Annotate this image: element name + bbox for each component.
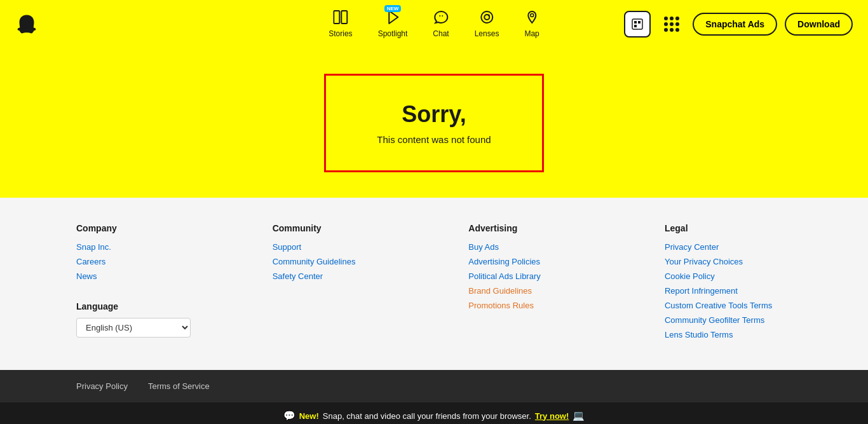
logo[interactable]	[15, 13, 38, 36]
apps-grid-button[interactable]	[658, 11, 685, 38]
footer-link-buy-ads[interactable]: Buy Ads	[468, 242, 595, 252]
language-label: Language	[76, 301, 203, 311]
footer-link-lens-studio[interactable]: Lens Studio Terms	[665, 330, 792, 339]
svg-rect-11	[638, 21, 641, 24]
nav-item-spotlight[interactable]: NEW Spotlight	[378, 10, 408, 38]
snapchat-ads-button[interactable]: Snapchat Ads	[693, 13, 777, 36]
footer-link-news[interactable]: News	[76, 271, 203, 281]
footer-link-community-geofilter[interactable]: Community Geofilter Terms	[665, 315, 792, 325]
footer-legal-title: Legal	[665, 223, 792, 233]
svg-rect-4	[442, 15, 443, 17]
footer-link-privacy-center[interactable]: Privacy Center	[665, 242, 792, 252]
promo-icon: 💬	[283, 410, 295, 421]
privacy-policy-link[interactable]: Privacy Policy	[76, 381, 128, 391]
footer: Company Snap Inc. Careers News Language …	[0, 198, 868, 370]
footer-advertising-col: Advertising Buy Ads Advertising Policies…	[468, 223, 595, 345]
promo-new-label: New!	[299, 411, 319, 421]
svg-point-7	[488, 15, 490, 17]
error-subtitle: This content was not found	[377, 134, 491, 145]
spotlight-label: Spotlight	[378, 29, 408, 38]
nav-item-stories[interactable]: Stories	[329, 10, 352, 38]
lenses-label: Lenses	[475, 29, 499, 38]
ghost-button[interactable]	[624, 11, 651, 38]
svg-marker-2	[389, 11, 398, 24]
footer-link-careers[interactable]: Careers	[76, 257, 203, 266]
footer-link-snap-inc[interactable]: Snap Inc.	[76, 242, 203, 252]
lenses-icon	[479, 10, 494, 27]
footer-link-cookie-policy[interactable]: Cookie Policy	[665, 271, 792, 281]
footer-company-col: Company Snap Inc. Careers News Language …	[76, 223, 203, 345]
map-icon	[526, 10, 538, 27]
footer-legal-col: Legal Privacy Center Your Privacy Choice…	[665, 223, 792, 345]
footer-advertising-title: Advertising	[468, 223, 595, 233]
svg-rect-12	[634, 25, 637, 27]
svg-point-8	[531, 14, 534, 17]
footer-link-brand-guidelines[interactable]: Brand Guidelines	[468, 286, 595, 296]
header-right: Snapchat Ads Download	[624, 11, 853, 38]
footer-columns: Company Snap Inc. Careers News Language …	[76, 223, 792, 345]
snapchat-logo-icon	[15, 13, 38, 36]
error-box: Sorry, This content was not found	[324, 74, 543, 172]
promo-text: Snap, chat and video call your friends f…	[323, 411, 531, 421]
stories-icon	[333, 10, 348, 27]
footer-link-safety-center[interactable]: Safety Center	[273, 271, 400, 281]
svg-rect-9	[632, 19, 642, 29]
download-button[interactable]: Download	[785, 13, 853, 36]
footer-link-promotions-rules[interactable]: Promotions Rules	[468, 301, 595, 310]
chat-label: Chat	[433, 29, 449, 38]
footer-link-advertising-policies[interactable]: Advertising Policies	[468, 257, 595, 266]
promo-banner: 💬 New! Snap, chat and video call your fr…	[0, 402, 868, 424]
nav-item-map[interactable]: Map	[524, 10, 539, 38]
footer-community-col: Community Support Community Guidelines S…	[273, 223, 400, 345]
footer-link-community-guidelines[interactable]: Community Guidelines	[273, 257, 400, 266]
svg-rect-3	[439, 15, 440, 17]
header: Stories NEW Spotlight Chat	[0, 0, 868, 48]
footer-link-support[interactable]: Support	[273, 242, 400, 252]
new-badge: NEW	[384, 5, 402, 12]
map-label: Map	[524, 29, 539, 38]
error-title: Sorry,	[377, 101, 491, 128]
chat-icon	[433, 10, 449, 27]
footer-link-your-privacy[interactable]: Your Privacy Choices	[665, 257, 792, 266]
grid-icon	[664, 17, 679, 32]
promo-laptop-icon: 💻	[573, 410, 585, 421]
main-nav: Stories NEW Spotlight Chat	[329, 10, 539, 38]
ghost-icon	[631, 18, 644, 31]
footer-link-political-ads[interactable]: Political Ads Library	[468, 271, 595, 281]
footer-link-custom-creative[interactable]: Custom Creative Tools Terms	[665, 301, 792, 310]
footer-link-report-infringement[interactable]: Report Infringement	[665, 286, 792, 296]
svg-rect-10	[634, 21, 637, 24]
spotlight-icon	[386, 10, 399, 27]
stories-label: Stories	[329, 29, 352, 38]
promo-cta-link[interactable]: Try now!	[535, 411, 569, 421]
main-content: Sorry, This content was not found	[0, 48, 868, 198]
footer-community-title: Community	[273, 223, 400, 233]
terms-of-service-link[interactable]: Terms of Service	[148, 381, 210, 391]
language-select[interactable]: English (US) Español Français Deutsch 日本…	[76, 318, 191, 338]
nav-item-chat[interactable]: Chat	[433, 10, 449, 38]
svg-point-5	[481, 11, 492, 23]
svg-rect-0	[334, 11, 339, 24]
nav-item-lenses[interactable]: Lenses	[475, 10, 499, 38]
svg-rect-1	[341, 11, 347, 24]
footer-language: Language English (US) Español Français D…	[76, 301, 203, 338]
bottom-bar: Privacy Policy Terms of Service	[0, 370, 868, 402]
footer-company-title: Company	[76, 223, 203, 233]
